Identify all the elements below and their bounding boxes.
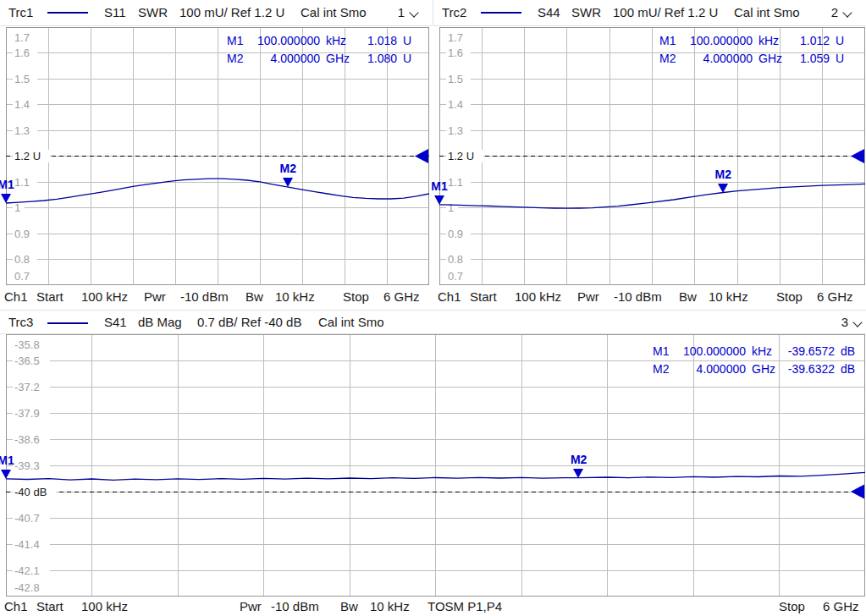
trace-format[interactable]: SWR [571,5,601,19]
cal-status[interactable]: Cal int Smo [318,315,384,329]
trace-name[interactable]: Trc3 [8,315,33,329]
chevron-down-icon [409,8,418,17]
footer-10-khz[interactable]: 10 kHz [370,599,410,613]
y-tick-label: 1 [448,201,454,214]
marker-readout-row: M1 100.000000 kHz 1.018 U [227,31,418,49]
trace-name[interactable]: Trc1 [8,5,33,19]
y-tick-label: -37.9 [14,407,40,420]
footer-bw[interactable]: Bw [245,289,263,304]
marker-value: 1.018 [351,34,397,47]
marker-m1-handle-icon[interactable] [434,195,444,205]
measurement-parameter[interactable]: S11 [104,5,126,19]
footer-bw[interactable]: Bw [679,289,697,304]
marker-name: M2 [227,52,249,65]
marker-name: M1 [653,344,675,358]
footer-bw[interactable]: Bw [340,599,358,613]
marker-m2-handle-icon[interactable] [283,178,293,187]
footer-100-khz[interactable]: 100 kHz [81,289,128,304]
ref-level-label: 1.2 U [448,150,474,162]
trace-header-trc2: Trc2 S44 SWR 100 mU/ Ref 1.2 U Cal int S… [433,0,866,26]
footer-stop[interactable]: Stop [343,289,369,304]
marker-m1-handle-icon[interactable] [1,194,11,203]
footer-10-khz[interactable]: 10 kHz [275,289,315,304]
trace-header-trc3: Trc3 S41 dB Mag 0.7 dB/ Ref -40 dB Cal i… [0,311,866,334]
marker-value-unit: U [403,34,418,47]
measurement-parameter[interactable]: S44 [538,5,560,19]
marker-stimulus-unit: kHz [758,34,784,47]
panel-trc2: Trc2 S44 SWR 100 mU/ Ref 1.2 U Cal int S… [433,0,866,310]
y-tick-label: 0.7 [448,270,463,283]
cal-status[interactable]: Cal int Smo [301,5,367,19]
cal-status[interactable]: Cal int Smo [734,5,800,19]
footer-pwr[interactable]: Pwr [577,289,599,304]
y-tick-label: -42.1 [14,564,40,577]
footer-ch1[interactable]: Ch1 [438,289,461,304]
marker-stimulus: 4.000000 [249,52,320,65]
y-tick-label: 1.7 [448,31,463,44]
marker-readout: M1 100.000000 kHz -39.6572 dB M2 4.00000… [653,342,859,377]
footer-100-khz[interactable]: 100 kHz [81,599,128,613]
marker-m1-handle-icon[interactable] [1,470,11,479]
trace-name[interactable]: Trc2 [442,5,466,19]
footer-ch1[interactable]: Ch1 [4,289,28,304]
footer-pwr[interactable]: Pwr [240,599,262,613]
measurement-parameter[interactable]: S41 [104,315,127,329]
trace-color-sample-icon [47,322,88,324]
panel-divider-horizontal [0,310,866,311]
marker-value: 1.080 [351,52,397,65]
trace-format[interactable]: SWR [138,5,168,19]
footer-start[interactable]: Start [36,289,63,304]
ref-level-label: -40 dB [14,486,47,498]
marker-value-unit: U [836,52,851,65]
chevron-down-icon [852,317,862,327]
footer-ch1[interactable]: Ch1 [4,599,28,613]
channel-selector[interactable]: 1 [398,5,417,19]
y-tick-label: -39.3 [14,459,40,472]
channel-selector[interactable]: 2 [831,5,851,19]
marker-value: -39.6322 [777,362,835,376]
ref-level-arrow-icon[interactable] [851,485,864,499]
marker-stimulus-unit: GHz [752,362,777,376]
marker-readout-row: M1 100.000000 kHz 1.012 U [659,31,851,49]
marker-stimulus-unit: kHz [326,34,351,47]
scale-ref-setting[interactable]: 100 mU/ Ref 1.2 U [613,5,718,19]
footer-tosm-p1-p4[interactable]: TOSM P1,P4 [427,599,502,613]
trace-color-sample-icon [47,12,88,14]
ref-level-arrow-icon[interactable] [415,149,428,163]
ref-level-arrow-icon[interactable] [851,149,864,163]
y-tick-label: 1.3 [448,124,463,137]
footer-10-khz[interactable]: 10 kHz [709,289,748,304]
y-tick-label: -42.8 [14,581,40,594]
marker-stimulus: 4.000000 [675,362,746,376]
marker-m1-label: M1 [0,454,18,467]
marker-value: 1.012 [784,34,830,47]
y-tick-label: 1.5 [448,73,463,85]
marker-name: M2 [659,52,681,65]
scale-ref-setting[interactable]: 0.7 dB/ Ref -40 dB [197,315,301,329]
footer--10-dbm[interactable]: -10 dBm [614,289,662,304]
marker-value: 1.059 [784,52,830,65]
trace-format[interactable]: dB Mag [138,315,182,329]
channel-selector[interactable]: 3 [841,315,861,329]
footer-start[interactable]: Start [470,289,497,304]
footer-stop[interactable]: Stop [776,289,803,304]
marker-m2-handle-icon[interactable] [573,469,583,478]
footer-start[interactable]: Start [36,599,63,613]
y-tick-label: 0.7 [14,270,30,283]
chevron-down-icon [842,8,852,17]
footer-6-ghz[interactable]: 6 GHz [823,599,859,613]
y-tick-label: 1.4 [448,98,463,111]
footer-6-ghz[interactable]: 6 GHz [383,289,420,304]
scale-ref-setting[interactable]: 100 mU/ Ref 1.2 U [179,5,284,19]
footer--10-dbm[interactable]: -10 dBm [180,289,229,304]
y-tick-label: 1.3 [14,124,30,137]
stimulus-footer: Ch1Start100 kHzPwr-10 dBmBw10 kHzStop6 G… [433,288,866,306]
footer-100-khz[interactable]: 100 kHz [515,289,561,304]
y-tick-label: -40.7 [14,512,40,525]
footer-6-ghz[interactable]: 6 GHz [817,289,853,304]
vna-screen: Trc1 S11 SWR 100 mU/ Ref 1.2 U Cal int S… [0,0,866,616]
footer-stop[interactable]: Stop [779,599,805,613]
footer-pwr[interactable]: Pwr [144,289,166,304]
footer--10-dbm[interactable]: -10 dBm [271,599,319,613]
marker-m2-handle-icon[interactable] [718,184,728,193]
